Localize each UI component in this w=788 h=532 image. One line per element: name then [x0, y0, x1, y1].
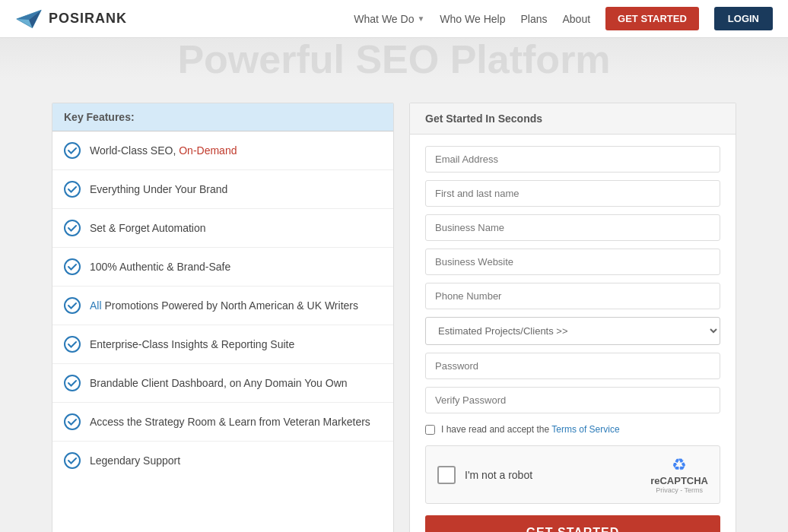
projects-clients-select[interactable]: Estimated Projects/Clients >>1-56-2021-5… — [425, 317, 720, 345]
features-panel: Key Features: World-Class SEO, On-Demand… — [52, 103, 394, 532]
feature-text: Brandable Client Dashboard, on Any Domai… — [90, 377, 348, 389]
list-item: Access the Strategy Room & Learn from Ve… — [52, 403, 393, 442]
hero-title: Powerful SEO Platform — [177, 38, 610, 80]
svg-point-11 — [65, 453, 80, 468]
features-header: Key Features: — [52, 103, 393, 131]
svg-point-3 — [65, 143, 80, 158]
phone-field[interactable] — [425, 283, 720, 309]
form-submit-button[interactable]: GET STARTED — [425, 515, 720, 532]
nav-who-we-help[interactable]: Who We Help — [440, 13, 505, 25]
check-circle-icon — [64, 413, 81, 430]
business-website-field[interactable] — [425, 249, 720, 275]
form-body: Estimated Projects/Clients >>1-56-2021-5… — [410, 135, 736, 532]
header-login-button[interactable]: LOGIN — [714, 7, 773, 30]
email-field[interactable] — [425, 146, 720, 173]
tos-label: I have read and accept the Terms of Serv… — [441, 424, 620, 435]
tos-checkbox[interactable] — [425, 425, 435, 435]
check-circle-icon — [64, 336, 81, 353]
recaptcha-widget: I'm not a robot ♻ reCAPTCHA Privacy - Te… — [425, 445, 720, 504]
feature-text: Legendary Support — [90, 454, 180, 467]
name-field[interactable] — [425, 180, 720, 207]
check-circle-icon — [64, 142, 81, 159]
list-item: Enterprise-Class Insights & Reporting Su… — [52, 325, 393, 364]
header: POSIRANK What We Do ▼ Who We Help Plans … — [0, 0, 788, 38]
verify-password-field[interactable] — [425, 387, 720, 413]
svg-point-10 — [65, 414, 80, 429]
feature-text: Set & Forget Automation — [90, 222, 206, 234]
svg-point-7 — [65, 298, 80, 313]
hero-background: Powerful SEO Platform — [0, 38, 788, 80]
list-item: Brandable Client Dashboard, on Any Domai… — [52, 364, 393, 403]
logo-area: POSIRANK — [15, 8, 127, 30]
feature-text: Everything Under Your Brand — [90, 183, 227, 195]
business-name-field[interactable] — [425, 214, 720, 241]
features-list: World-Class SEO, On-DemandEverything Und… — [52, 131, 393, 480]
recaptcha-checkbox[interactable] — [437, 466, 456, 484]
nav-plans[interactable]: Plans — [520, 13, 547, 25]
recaptcha-brand: reCAPTCHA — [650, 475, 708, 486]
password-field[interactable] — [425, 353, 720, 379]
recaptcha-left: I'm not a robot — [437, 466, 532, 484]
list-item: Legendary Support — [52, 442, 393, 480]
recaptcha-label: I'm not a robot — [465, 469, 532, 481]
chevron-down-icon: ▼ — [417, 14, 424, 23]
form-panel: Get Started In Seconds Estimated Project… — [409, 103, 736, 532]
list-item: Everything Under Your Brand — [52, 170, 393, 209]
main-content: Key Features: World-Class SEO, On-Demand… — [0, 87, 788, 532]
svg-point-9 — [65, 375, 80, 391]
feature-text: All Promotions Powered by North American… — [90, 299, 358, 312]
svg-point-4 — [65, 182, 80, 197]
check-circle-icon — [64, 452, 81, 469]
recaptcha-icon: ♻ — [650, 455, 708, 475]
check-circle-icon — [64, 258, 81, 275]
list-item: Set & Forget Automation — [52, 209, 393, 248]
header-get-started-button[interactable]: GET STARTED — [605, 7, 699, 30]
check-circle-icon — [64, 220, 81, 236]
feature-text: Access the Strategy Room & Learn from Ve… — [90, 416, 370, 428]
check-circle-icon — [64, 375, 81, 391]
recaptcha-right: ♻ reCAPTCHA Privacy - Terms — [650, 455, 708, 494]
check-circle-icon — [64, 297, 81, 314]
list-item: All Promotions Powered by North American… — [52, 287, 393, 325]
recaptcha-links: Privacy - Terms — [650, 486, 708, 494]
logo-icon — [15, 8, 43, 30]
svg-point-5 — [65, 220, 80, 236]
svg-point-8 — [65, 337, 80, 352]
main-nav: What We Do ▼ Who We Help Plans About GET… — [354, 7, 773, 30]
logo-text: POSIRANK — [49, 11, 127, 27]
nav-about[interactable]: About — [562, 13, 590, 25]
feature-text: 100% Authentic & Brand-Safe — [90, 261, 230, 273]
feature-text: Enterprise-Class Insights & Reporting Su… — [90, 338, 294, 350]
list-item: World-Class SEO, On-Demand — [52, 131, 393, 170]
feature-text: World-Class SEO, On-Demand — [90, 144, 237, 157]
form-header: Get Started In Seconds — [410, 103, 736, 135]
tos-row: I have read and accept the Terms of Serv… — [425, 424, 720, 435]
list-item: 100% Authentic & Brand-Safe — [52, 248, 393, 287]
nav-what-we-do[interactable]: What We Do ▼ — [354, 13, 424, 25]
check-circle-icon — [64, 181, 81, 198]
tos-link[interactable]: Terms of Service — [551, 424, 619, 435]
svg-point-6 — [65, 259, 80, 274]
